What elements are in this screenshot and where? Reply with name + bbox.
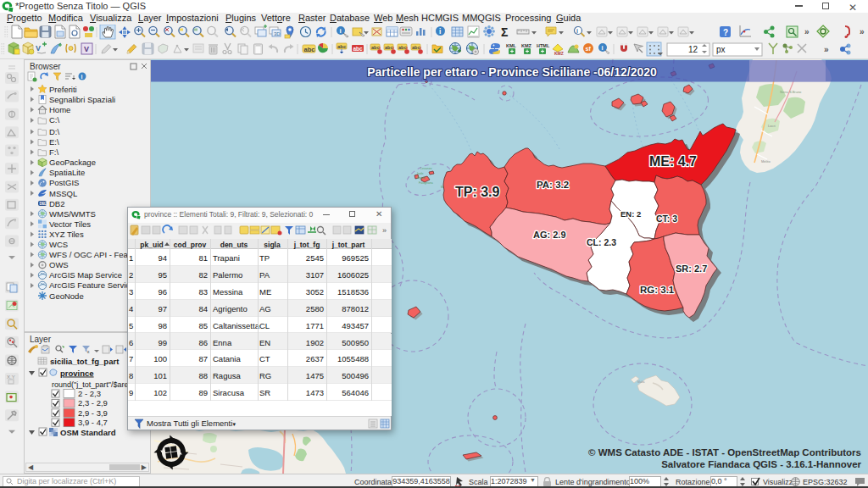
svg-text:SpatiaLite: SpatiaLite — [49, 168, 85, 177]
svg-text:GeoNode: GeoNode — [49, 291, 84, 301]
svg-text:D:\: D:\ — [49, 127, 60, 136]
svg-text:CT: 3: CT: 3 — [656, 214, 677, 224]
svg-text:MSSQL: MSSQL — [49, 189, 77, 198]
svg-text:i: i — [439, 27, 441, 36]
svg-text:PA: 3.2: PA: 3.2 — [537, 180, 569, 190]
svg-text:abc: abc — [337, 44, 347, 49]
svg-text:F:\: F:\ — [49, 147, 58, 157]
svg-text:abc: abc — [412, 45, 420, 50]
svg-text:Vector Tiles: Vector Tiles — [49, 219, 91, 229]
svg-text:i: i — [602, 44, 604, 52]
svg-text:»: » — [804, 27, 810, 36]
svg-text:province: province — [60, 369, 94, 378]
svg-text:KML: KML — [506, 43, 517, 48]
svg-text:ArcGIS Feature Service: ArcGIS Feature Service — [49, 280, 134, 290]
svg-text:abc: abc — [385, 45, 392, 50]
svg-text:X,Y: X,Y — [7, 374, 15, 380]
svg-text:GeoPackage: GeoPackage — [49, 158, 96, 167]
svg-text:2 - 2,3: 2 - 2,3 — [78, 389, 101, 398]
svg-text:Locri: Locri — [768, 124, 776, 128]
svg-text:Melito: Melito — [761, 159, 771, 164]
svg-text:Particelle per ettaro - Provin: Particelle per ettaro - Province Sicilia… — [367, 65, 657, 79]
svg-text:Segnalibri Spaziali: Segnalibri Spaziali — [49, 95, 115, 104]
svg-text:WCS: WCS — [49, 240, 68, 249]
svg-text:DB2: DB2 — [49, 199, 64, 208]
svg-text:?: ? — [723, 28, 728, 37]
svg-text:EN: 2: EN: 2 — [620, 209, 641, 219]
svg-text:WMS/WMTS: WMS/WMTS — [49, 209, 96, 219]
svg-text:Favignana: Favignana — [419, 181, 433, 185]
svg-text:OSM Standard: OSM Standard — [60, 428, 116, 437]
svg-text:i: i — [576, 28, 578, 34]
svg-text:Serra S.Bruno: Serra S.Bruno — [780, 90, 802, 94]
svg-text:XYZ Tiles: XYZ Tiles — [49, 230, 84, 239]
svg-text:KMZ: KMZ — [521, 43, 532, 48]
svg-text:PostGIS: PostGIS — [49, 178, 79, 187]
svg-text:i: i — [340, 27, 342, 35]
svg-text:Egadi: Egadi — [417, 176, 425, 180]
svg-text:sf: sf — [586, 46, 592, 52]
svg-text:C:\: C:\ — [49, 115, 60, 125]
svg-text:© WMS Catasto ADE - ISTAT - O: © WMS Catasto ADE - ISTAT - OpenStreetMa… — [588, 447, 861, 458]
svg-text:px: px — [716, 45, 726, 54]
svg-text:TP: 3.9: TP: 3.9 — [455, 185, 500, 199]
svg-text:»: » — [824, 45, 829, 54]
svg-text:Salvatore Fiandaca QGIS - 3.16: Salvatore Fiandaca QGIS - 3.16.1-Hannove… — [661, 459, 861, 469]
svg-text:ArcGIS Map Service: ArcGIS Map Service — [49, 270, 122, 280]
svg-text:ME: 4.7: ME: 4.7 — [649, 154, 697, 169]
svg-text:V: V — [84, 45, 89, 53]
svg-text:Home: Home — [49, 105, 70, 114]
svg-text:V: V — [36, 44, 41, 53]
svg-text:3D: 3D — [274, 31, 281, 36]
svg-text:Preferiti: Preferiti — [49, 85, 77, 94]
svg-text:E:\: E:\ — [49, 137, 59, 147]
svg-text:AG: 2.9: AG: 2.9 — [533, 230, 566, 240]
svg-text:2,3 - 2,9: 2,3 - 2,9 — [78, 398, 108, 408]
svg-text:RG: 3.1: RG: 3.1 — [640, 285, 675, 295]
svg-text:abc: abc — [353, 46, 364, 52]
svg-text:round("j_tot_part"/$are: round("j_tot_part"/$are — [52, 380, 128, 389]
svg-text:abc: abc — [398, 45, 406, 50]
svg-text:12: 12 — [688, 45, 698, 54]
svg-text:abc: abc — [371, 45, 379, 50]
svg-text:2,9 - 3,9: 2,9 - 3,9 — [78, 408, 108, 418]
svg-text:HTML: HTML — [537, 43, 550, 48]
svg-text:»: » — [860, 27, 865, 36]
svg-text:CL: 2.3: CL: 2.3 — [587, 237, 616, 247]
svg-text:Σ: Σ — [501, 25, 508, 39]
svg-text:3,9 - 4,7: 3,9 - 4,7 — [78, 418, 108, 427]
svg-text:OWS: OWS — [49, 260, 69, 269]
svg-text:SR: 2.7: SR: 2.7 — [676, 263, 707, 274]
svg-text:KMZ: KMZ — [554, 51, 564, 56]
svg-text:Isole: Isole — [417, 172, 424, 175]
svg-text:sicilia_tot_fg_part: sicilia_tot_fg_part — [50, 357, 120, 366]
svg-text:DB2: DB2 — [40, 202, 47, 206]
svg-text:Malta: Malta — [637, 380, 645, 384]
svg-text:Levanzo: Levanzo — [420, 167, 432, 170]
